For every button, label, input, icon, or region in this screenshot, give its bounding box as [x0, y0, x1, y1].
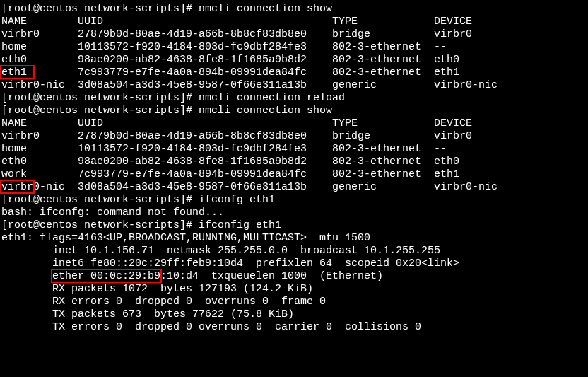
ifconfig-rx-errors: RX errors 0 dropped 0 overruns 0 frame 0	[1, 296, 587, 308]
cmd-nmcli-show-2: [root@centos network-scripts]# nmcli con…	[1, 105, 587, 117]
table1-row-3: eth1 7c993779-e7fe-4a0a-894b-09991dea84f…	[1, 66, 587, 79]
table2-header: NAME UUID TYPE DEVICE	[1, 117, 587, 130]
cmd-ifconfig: [root@centos network-scripts]# ifconfig …	[1, 219, 587, 232]
terminal-window[interactable]: [root@centos network-scripts]# nmcli con…	[0, 0, 588, 337]
ifconfig-tx-errors: TX errors 0 dropped 0 overruns 0 carrier…	[1, 321, 587, 334]
ifconfig-flags: eth1: flags=4163<UP,BROADCAST,RUNNING,MU…	[1, 232, 587, 245]
table1-row-0: virbr0 27879b0d-80ae-4d19-a66b-8b8cf83db…	[1, 28, 587, 41]
cmd-nmcli-reload: [root@centos network-scripts]# nmcli con…	[1, 92, 587, 105]
ifconfig-tx-packets: TX packets 673 bytes 77622 (75.8 KiB)	[1, 308, 587, 321]
ifconfig-ether: ether 00:0c:29:b9:10:d4 txqueuelen 1000 …	[1, 270, 587, 283]
ifconfig-inet: inet 10.1.156.71 netmask 255.255.0.0 bro…	[1, 245, 587, 257]
ifconfig-inet6: inet6 fe80::20c:29ff:feb9:10d4 prefixlen…	[1, 257, 587, 270]
table2-row-1: home 10113572-f920-4184-803d-fc9dbf284fe…	[1, 143, 587, 156]
table1-header: NAME UUID TYPE DEVICE	[1, 16, 587, 28]
table1-row-1: home 10113572-f920-4184-803d-fc9dbf284fe…	[1, 41, 587, 54]
ifconfig-rx-packets: RX packets 1072 bytes 127193 (124.2 KiB)	[1, 283, 587, 296]
table1-row-4: virbr0-nic 3d08a504-a3d3-45e8-9587-0f66e…	[1, 79, 587, 92]
table2-row-0: virbr0 27879b0d-80ae-4d19-a66b-8b8cf83db…	[1, 130, 587, 143]
table2-row-3: work 7c993779-e7fe-4a0a-894b-09991dea84f…	[1, 168, 587, 181]
table1-row-2: eth0 98ae0200-ab82-4638-8fe8-1f1685a9b8d…	[1, 54, 587, 66]
table2-row-4: virbr0-nic 3d08a504-a3d3-45e8-9587-0f66e…	[1, 181, 587, 194]
cmd-ifconfg-typo: [root@centos network-scripts]# ifconfg e…	[1, 194, 587, 207]
cmd-nmcli-show-1: [root@centos network-scripts]# nmcli con…	[1, 3, 587, 16]
error-not-found: bash: ifconfg: command not found...	[1, 207, 587, 219]
table2-row-2: eth0 98ae0200-ab82-4638-8fe8-1f1685a9b8d…	[1, 156, 587, 168]
